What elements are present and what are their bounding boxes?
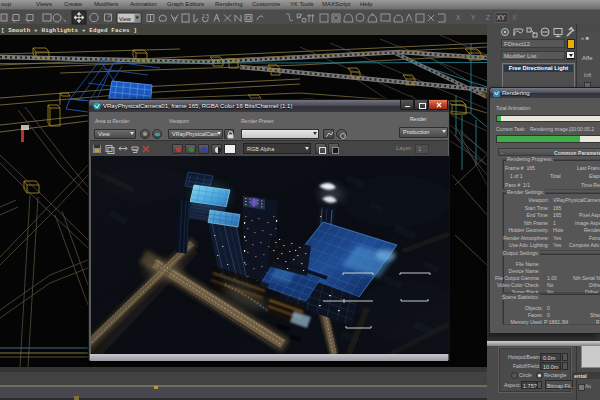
svg-text:View: View bbox=[119, 16, 131, 22]
svg-text:Z: Z bbox=[486, 14, 490, 21]
svg-text:X: X bbox=[456, 14, 461, 21]
svg-text:2.5: 2.5 bbox=[202, 13, 209, 19]
svg-text:Y: Y bbox=[471, 14, 476, 21]
svg-text:Xʹ: Xʹ bbox=[512, 14, 518, 21]
svg-text:XY: XY bbox=[497, 14, 506, 21]
